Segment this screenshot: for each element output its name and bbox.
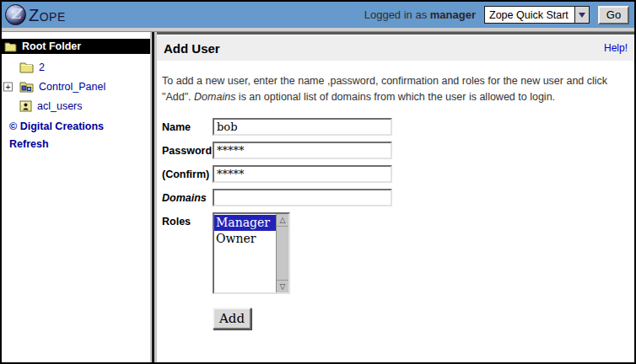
zope-logo-icon: Z bbox=[5, 4, 26, 25]
password-label: Password bbox=[162, 142, 213, 157]
sidebar-item-acl-users[interactable]: acl_users bbox=[2, 100, 150, 112]
zope-wordmark: Zope bbox=[29, 7, 66, 24]
sidebar-item-2[interactable]: 2 bbox=[2, 62, 150, 73]
quick-start-selected-value: Zope Quick Start bbox=[485, 9, 574, 21]
zope-logo-letter: Z bbox=[11, 8, 21, 21]
domains-label: Domains bbox=[162, 189, 213, 204]
name-input[interactable] bbox=[213, 118, 392, 136]
zope-window: Z Zope Logged in as manager Zope Quick S… bbox=[0, 0, 636, 364]
refresh-link[interactable]: Refresh bbox=[2, 138, 150, 150]
intro-text: To add a new user, enter the name ,passw… bbox=[162, 73, 628, 105]
control-panel-icon bbox=[19, 81, 34, 93]
intro-domains-word: Domains bbox=[194, 91, 235, 103]
page-title-band: Add User Help! bbox=[157, 35, 634, 61]
zope-logo: Z Zope bbox=[5, 4, 66, 25]
roles-option-manager[interactable]: Manager bbox=[214, 215, 276, 231]
chevron-down-icon bbox=[579, 13, 585, 18]
add-user-form: Name Password (Confirm) Domains Roles bbox=[162, 118, 634, 329]
logged-in-prefix: Logged in as bbox=[364, 8, 430, 21]
top-header-bar: Z Zope Logged in as manager Zope Quick S… bbox=[2, 2, 634, 28]
sidebar-item-label: acl_users bbox=[37, 100, 83, 112]
name-label: Name bbox=[162, 118, 213, 133]
roles-option-owner[interactable]: Owner bbox=[214, 231, 276, 247]
folder-icon bbox=[19, 62, 34, 73]
confirm-input[interactable] bbox=[213, 165, 392, 183]
select-dropdown-button[interactable] bbox=[574, 7, 589, 23]
main-content-frame: Add User Help! To add a new user, enter … bbox=[157, 32, 634, 362]
frame-divider-bar bbox=[152, 32, 154, 362]
vertical-frame-border[interactable] bbox=[150, 32, 157, 362]
navigation-sidebar: Root Folder 2 + Control_Panel acl_users … bbox=[2, 32, 150, 362]
confirm-label: (Confirm) bbox=[162, 165, 213, 180]
folder-icon bbox=[4, 41, 17, 52]
expand-plus-icon[interactable]: + bbox=[3, 83, 13, 92]
sidebar-item-label: 2 bbox=[39, 62, 45, 73]
quick-start-select[interactable]: Zope Quick Start bbox=[484, 6, 590, 24]
digital-creations-link[interactable]: © Digital Creations bbox=[2, 120, 150, 132]
sidebar-item-control-panel[interactable]: + Control_Panel bbox=[2, 81, 150, 93]
roles-multiselect[interactable]: Manager Owner △ ▽ bbox=[213, 212, 290, 294]
domains-input[interactable] bbox=[213, 189, 392, 206]
roles-scrollbar[interactable]: △ ▽ bbox=[276, 214, 288, 292]
scroll-up-icon[interactable]: △ bbox=[277, 214, 288, 227]
go-button[interactable]: Go bbox=[598, 6, 629, 24]
add-button[interactable]: Add bbox=[213, 308, 251, 329]
help-link[interactable]: Help! bbox=[604, 42, 628, 54]
password-input[interactable] bbox=[213, 142, 392, 159]
root-folder-label: Root Folder bbox=[22, 40, 81, 52]
scroll-down-icon[interactable]: ▽ bbox=[277, 280, 288, 292]
user-folder-icon bbox=[19, 100, 32, 112]
intro-after: is an optional list of domains from whic… bbox=[235, 91, 555, 103]
page-title: Add User bbox=[164, 41, 220, 56]
sidebar-item-root-folder[interactable]: Root Folder bbox=[2, 39, 150, 54]
logged-in-username: manager bbox=[430, 8, 476, 21]
sidebar-item-label: Control_Panel bbox=[39, 81, 105, 93]
roles-label: Roles bbox=[162, 212, 213, 228]
logged-in-status: Logged in as manager bbox=[364, 8, 476, 21]
